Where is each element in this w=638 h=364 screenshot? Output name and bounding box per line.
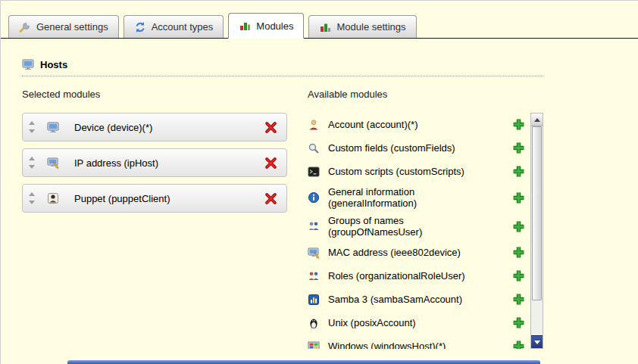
available-module-row: Samba 3 (sambaSamAccount) xyxy=(308,288,525,311)
module-label: Groups of names (groupOfNamesUser) xyxy=(328,215,493,238)
add-module-button[interactable] xyxy=(512,191,525,204)
green-plus-icon xyxy=(512,269,525,282)
wrench-icon xyxy=(19,21,31,33)
module-columns: Selected modules Device (device)(*) xyxy=(22,89,543,349)
module-label: IP address (ipHost) xyxy=(74,157,158,169)
remove-module-button[interactable] xyxy=(264,121,277,134)
selected-modules-heading: Selected modules xyxy=(22,89,287,100)
lam-config-page: General settings Account types Modules xyxy=(0,0,638,364)
add-module-button[interactable] xyxy=(512,316,525,329)
selected-module-row[interactable]: Puppet (puppetClient) xyxy=(22,184,287,213)
tab-label: Modules xyxy=(256,20,293,32)
available-module-row: Roles (organizationalRoleUser) xyxy=(308,264,525,288)
drag-handle-icon[interactable] xyxy=(28,121,36,133)
scroll-up-button[interactable] xyxy=(531,114,543,126)
green-plus-icon xyxy=(512,165,525,178)
modules-content: Hosts Selected modules Device (device xyxy=(1,39,543,349)
groups-icon xyxy=(308,220,320,232)
available-module-row: General information (generalInformation) xyxy=(308,183,525,212)
tab-label: General settings xyxy=(36,21,108,33)
module-label: Account (account)(*) xyxy=(328,119,493,130)
module-label: Samba 3 (sambaSamAccount) xyxy=(328,294,493,305)
available-modules-list: Account (account)(*) xyxy=(308,113,543,349)
module-label: Puppet (puppetClient) xyxy=(74,193,170,204)
scrollbar-thumb[interactable] xyxy=(532,126,542,300)
drag-handle-icon[interactable] xyxy=(28,157,36,169)
drag-handle-icon[interactable] xyxy=(28,192,36,204)
module-label: Device (device)(*) xyxy=(74,122,152,133)
refresh-arrows-icon xyxy=(134,21,146,33)
selected-module-row[interactable]: Device (device)(*) xyxy=(22,113,287,142)
available-modules-column: Available modules Account (account)(*) xyxy=(308,89,543,349)
remove-module-button[interactable] xyxy=(264,157,277,170)
up-arrow-icon xyxy=(534,118,540,122)
modules-chart-icon xyxy=(239,20,251,32)
add-module-button[interactable] xyxy=(512,269,525,282)
unix-penguin-icon xyxy=(308,317,320,329)
module-label: MAC address (ieee802device) xyxy=(328,247,493,258)
green-plus-icon xyxy=(512,142,525,154)
hosts-section-header: Hosts xyxy=(22,58,543,76)
available-modules-heading: Available modules xyxy=(308,89,543,100)
green-plus-icon xyxy=(512,191,525,204)
add-module-button[interactable] xyxy=(512,142,525,154)
samba-icon xyxy=(308,294,320,306)
red-x-icon xyxy=(264,121,277,134)
account-icon xyxy=(308,119,320,131)
add-module-button[interactable] xyxy=(512,118,525,131)
available-module-row: Account (account)(*) xyxy=(308,113,525,136)
selected-modules-column: Selected modules Device (device)(*) xyxy=(22,89,287,349)
down-arrow-icon xyxy=(534,341,540,344)
ip-address-icon xyxy=(47,157,59,169)
selected-module-row[interactable]: IP address (ipHost) xyxy=(22,148,287,177)
tab-modules[interactable]: Modules xyxy=(228,13,304,39)
green-plus-icon xyxy=(512,316,525,329)
scrollbar[interactable] xyxy=(530,113,543,349)
module-label: Windows (windowsHost)(*) xyxy=(328,341,493,349)
red-x-icon xyxy=(264,157,277,170)
module-label: Roles (organizationalRoleUser) xyxy=(328,270,493,282)
remove-module-button[interactable] xyxy=(264,192,277,205)
available-module-row: Windows (windowsHost)(*) xyxy=(308,334,525,349)
available-module-row: MAC address (ieee802device) xyxy=(308,241,525,264)
green-plus-icon xyxy=(512,220,525,233)
mac-address-icon xyxy=(308,247,320,259)
module-settings-icon xyxy=(319,21,331,33)
add-module-button[interactable] xyxy=(512,165,525,178)
green-plus-icon xyxy=(512,293,525,306)
tab-module-settings[interactable]: Module settings xyxy=(308,15,416,38)
add-module-button[interactable] xyxy=(512,220,525,233)
module-label: Custom scripts (customScripts) xyxy=(328,166,493,177)
module-label: Unix (posixAccount) xyxy=(328,317,493,328)
tab-label: Module settings xyxy=(336,21,405,33)
tab-account-types[interactable]: Account types xyxy=(124,15,224,38)
bottom-bar xyxy=(67,360,540,364)
available-module-row: Custom scripts (customScripts) xyxy=(308,160,525,183)
green-plus-icon xyxy=(512,246,525,259)
custom-fields-icon xyxy=(308,142,320,154)
available-module-row: Custom fields (customFields) xyxy=(308,136,525,160)
info-icon xyxy=(308,191,320,204)
scroll-down-button[interactable] xyxy=(531,335,543,348)
custom-scripts-icon xyxy=(308,166,320,178)
tab-label: Account types xyxy=(152,21,214,33)
add-module-button[interactable] xyxy=(512,246,525,259)
green-plus-icon xyxy=(512,118,525,131)
red-x-icon xyxy=(264,192,277,205)
host-monitor-icon xyxy=(22,58,34,70)
add-module-button[interactable] xyxy=(512,293,525,306)
module-label: Custom fields (customFields) xyxy=(328,142,493,154)
windows-icon xyxy=(308,341,320,350)
puppet-icon xyxy=(47,192,59,204)
module-label: General information (generalInformation) xyxy=(328,186,493,209)
section-title: Hosts xyxy=(40,59,67,70)
device-icon xyxy=(47,121,59,133)
green-plus-icon xyxy=(512,340,525,349)
roles-icon xyxy=(308,270,320,282)
tab-bar: General settings Account types Modules xyxy=(1,1,638,39)
tab-general-settings[interactable]: General settings xyxy=(8,15,119,38)
add-module-button[interactable] xyxy=(512,340,525,349)
available-module-row: Groups of names (groupOfNamesUser) xyxy=(308,212,525,241)
available-module-row: Unix (posixAccount) xyxy=(308,311,525,334)
